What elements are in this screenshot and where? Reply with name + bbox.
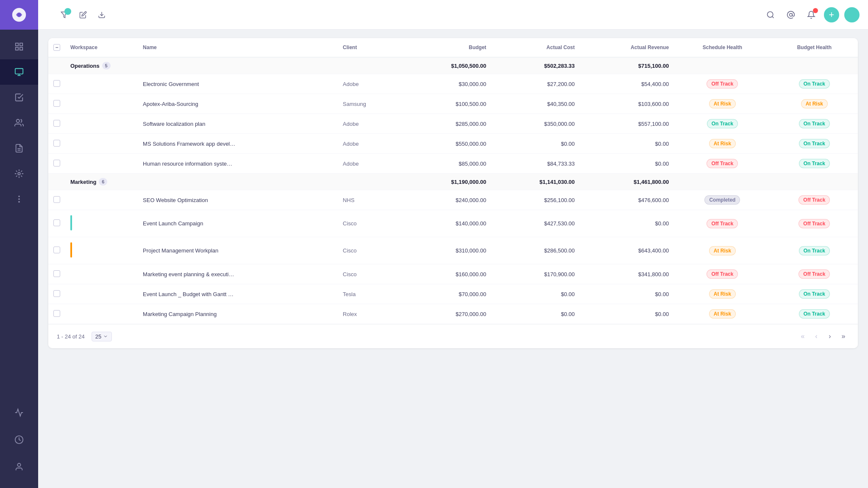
row-actual-revenue: $341,800.00 [580,264,674,284]
sidebar-item-history[interactable] [0,427,38,452]
group-actual-cost: $502,283.33 [491,57,580,74]
sidebar-item-integrations[interactable] [0,161,38,186]
mention-button[interactable] [783,7,798,22]
row-schedule-health: At Risk [674,94,771,114]
row-checkbox[interactable] [53,247,60,253]
table-row: SEO Website Optimization NHS $240,000.00… [48,190,858,210]
app-logo[interactable] [0,0,38,30]
table-footer: 1 - 24 of 24 25 « ‹ › » [48,324,858,348]
row-schedule-health: Off Track [674,74,771,94]
sidebar-item-tasks[interactable] [0,85,38,110]
row-name[interactable]: Project Management Workplan [138,237,338,264]
budget-health-badge: On Track [799,289,830,299]
svg-point-14 [19,199,19,200]
row-checkbox-cell[interactable] [48,284,65,304]
row-budget: $100,500.00 [403,94,492,114]
svg-point-15 [19,202,19,202]
row-name[interactable]: SEO Website Optimization [138,190,338,210]
row-workspace [65,94,138,114]
row-budget-health: On Track [771,134,858,154]
filter-button[interactable] [57,7,72,22]
row-actual-cost: $170,900.00 [491,264,580,284]
schedule-health-badge: At Risk [709,309,736,319]
avatar[interactable] [844,7,860,22]
row-checkbox[interactable] [53,140,60,147]
sidebar-item-projects[interactable] [0,59,38,85]
header-actions [57,7,109,22]
row-checkbox-cell[interactable] [48,154,65,174]
row-checkbox[interactable] [53,80,60,87]
row-schedule-health: Completed [674,190,771,210]
row-checkbox-cell[interactable] [48,94,65,114]
row-checkbox[interactable] [53,160,60,166]
row-budget-health: On Track [771,237,858,264]
download-button[interactable] [94,7,109,22]
first-page-button[interactable]: « [797,330,809,342]
row-name[interactable]: Software localization plan [138,114,338,134]
row-checkbox[interactable] [53,270,60,277]
row-client: Samsung [338,94,403,114]
row-actual-revenue: $557,100.00 [580,114,674,134]
row-name[interactable]: Electronic Government [138,74,338,94]
row-name[interactable]: Event Launch _ Budget with Gantt … [138,284,338,304]
schedule-health-badge: At Risk [709,289,736,299]
group-checkbox-cell [48,57,65,74]
sidebar-item-documents[interactable] [0,136,38,161]
group-budget: $1,190,000.00 [403,174,492,190]
row-checkbox-cell[interactable] [48,74,65,94]
add-button[interactable]: + [824,7,839,22]
schedule-health-badge: On Track [707,119,738,128]
per-page-select[interactable]: 25 [92,332,112,341]
row-actual-cost: $427,530.00 [491,210,580,237]
row-budget: $140,000.00 [403,210,492,237]
select-all-checkbox[interactable] [53,44,60,51]
row-checkbox[interactable] [53,120,60,127]
row-checkbox-cell[interactable] [48,237,65,264]
edit-button[interactable] [75,7,91,22]
row-client: Cisco [338,237,403,264]
row-checkbox[interactable] [53,310,60,317]
row-name[interactable]: Apotex-Ariba-Sourcing [138,94,338,114]
svg-point-9 [17,119,19,122]
row-name[interactable]: Marketing Campaign Planning [138,304,338,324]
svg-line-21 [772,16,774,18]
schedule-health-badge: At Risk [709,99,736,108]
row-budget: $270,000.00 [403,304,492,324]
row-checkbox-cell[interactable] [48,134,65,154]
row-name[interactable]: Marketing event planning & executi… [138,264,338,284]
row-checkbox-cell[interactable] [48,304,65,324]
row-checkbox-cell[interactable] [48,210,65,237]
group-budget-health [771,57,858,74]
row-schedule-health: At Risk [674,237,771,264]
row-actual-cost: $0.00 [491,284,580,304]
row-client: Cisco [338,210,403,237]
sidebar-item-dashboard[interactable] [0,34,38,59]
row-checkbox-cell[interactable] [48,190,65,210]
row-name[interactable]: Event Launch Campaign [138,210,338,237]
prev-page-button[interactable]: ‹ [810,330,822,342]
sidebar-item-users[interactable] [0,454,38,480]
sidebar-item-analytics[interactable] [0,400,38,425]
row-checkbox-cell[interactable] [48,264,65,284]
row-budget-health: On Track [771,154,858,174]
row-name[interactable]: MS Solutions Framework app devel… [138,134,338,154]
row-checkbox[interactable] [53,100,60,107]
last-page-button[interactable]: » [837,330,849,342]
next-page-button[interactable]: › [824,330,836,342]
select-all-header[interactable] [48,38,65,57]
row-checkbox[interactable] [53,196,60,203]
row-checkbox[interactable] [53,219,60,226]
row-checkbox[interactable] [53,290,60,297]
notifications-button[interactable] [804,7,819,22]
row-checkbox-cell[interactable] [48,114,65,134]
header: + [38,0,868,30]
row-name[interactable]: Human resource information syste… [138,154,338,174]
table-row: Software localization plan Adobe $285,00… [48,114,858,134]
row-budget-health: On Track [771,74,858,94]
row-actual-cost: $0.00 [491,304,580,324]
sidebar-item-team[interactable] [0,110,38,136]
schedule-health-badge: At Risk [709,246,736,255]
sidebar-item-more[interactable] [0,186,38,212]
schedule-health-badge: Off Track [707,219,738,228]
search-button[interactable] [763,7,778,22]
